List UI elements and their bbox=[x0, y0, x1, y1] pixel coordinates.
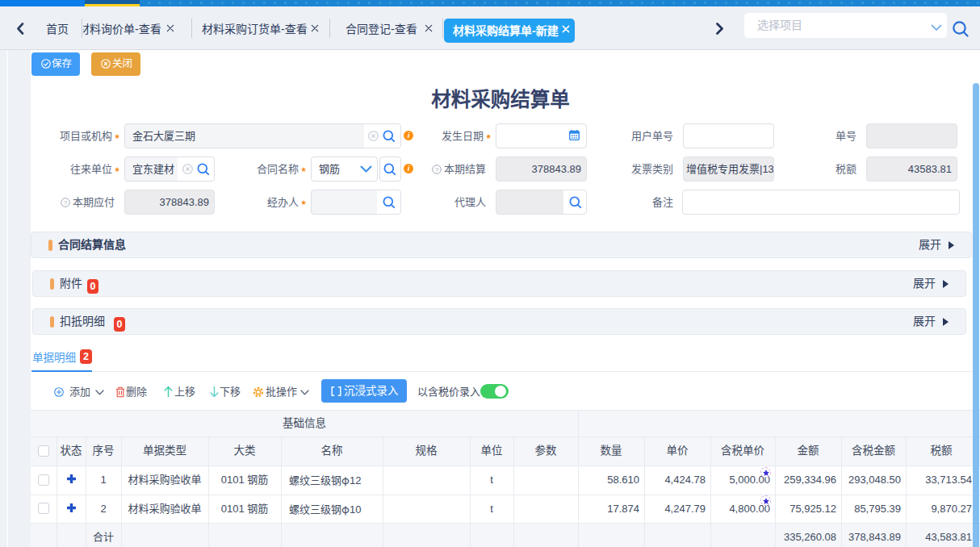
svg-text:?: ? bbox=[435, 166, 439, 173]
svg-text:?: ? bbox=[64, 199, 68, 207]
